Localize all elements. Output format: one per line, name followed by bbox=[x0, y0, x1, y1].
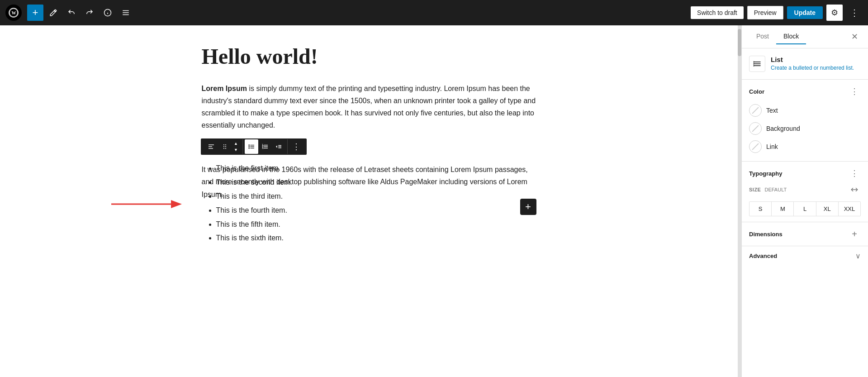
inline-block-toolbar: ▲ ▼ 1. bbox=[201, 138, 307, 155]
font-size-row: SIZE DEFAULT bbox=[749, 183, 861, 196]
font-size-buttons: S M L XL XXL bbox=[749, 201, 861, 216]
sidebar: Post Block ✕ List Create a bulleted or n… bbox=[741, 25, 868, 377]
color-section-title: Color bbox=[749, 88, 764, 95]
svg-text:W: W bbox=[11, 10, 16, 15]
svg-point-11 bbox=[223, 144, 224, 145]
list-item: This is the fourth item. bbox=[216, 204, 536, 217]
align-button[interactable] bbox=[204, 139, 218, 154]
svg-rect-10 bbox=[209, 148, 213, 149]
dimensions-title: Dimensions bbox=[749, 231, 783, 238]
size-m-button[interactable]: M bbox=[772, 202, 794, 216]
undo-button[interactable] bbox=[63, 5, 80, 21]
svg-point-15 bbox=[223, 148, 224, 149]
size-default-value: DEFAULT bbox=[764, 187, 787, 192]
move-down-button[interactable]: ▼ bbox=[232, 147, 241, 153]
typography-more-button[interactable]: ⋮ bbox=[848, 167, 861, 180]
svg-rect-24 bbox=[264, 145, 268, 145]
top-right-actions: Switch to draft Preview Update ⚙ ⋮ bbox=[691, 5, 863, 21]
svg-rect-22 bbox=[250, 148, 254, 148]
block-info-panel: List Create a bulleted or numbered list. bbox=[742, 48, 868, 80]
block-name-label: List bbox=[771, 56, 861, 63]
svg-rect-9 bbox=[209, 147, 212, 147]
tab-post[interactable]: Post bbox=[749, 29, 776, 44]
svg-point-21 bbox=[248, 148, 250, 149]
advanced-title: Advanced bbox=[749, 253, 777, 259]
toolbar-list-group: 1. 2. 3. bbox=[243, 139, 288, 154]
svg-point-14 bbox=[225, 146, 226, 147]
svg-point-13 bbox=[223, 146, 224, 147]
top-toolbar: W + Switch to draft Preview Update ⚙ ⋮ bbox=[0, 0, 868, 25]
editor-area[interactable]: Hello world! Lorem Ipsum is simply dummy… bbox=[0, 25, 738, 377]
toolbar-more-group: ⋮ bbox=[288, 139, 305, 154]
svg-rect-26 bbox=[264, 147, 268, 147]
link-color-option[interactable]: Link bbox=[749, 138, 861, 156]
advanced-header[interactable]: Advanced ∨ bbox=[749, 252, 861, 260]
background-color-option[interactable]: Background bbox=[749, 119, 861, 138]
tools-button[interactable] bbox=[45, 5, 62, 21]
editor-content: Hello world! Lorem Ipsum is simply dummy… bbox=[202, 43, 536, 359]
arrow-indicator bbox=[102, 191, 193, 218]
svg-rect-20 bbox=[250, 147, 254, 147]
list-item: This is the fifth item. bbox=[216, 218, 536, 231]
info-button[interactable] bbox=[100, 5, 116, 21]
list-item: This is the sixth item. bbox=[216, 232, 536, 245]
editor-scrollbar[interactable] bbox=[738, 25, 741, 377]
wp-logo: W bbox=[5, 5, 22, 21]
tab-block[interactable]: Block bbox=[776, 29, 806, 44]
sidebar-header: Post Block ✕ bbox=[742, 25, 868, 48]
list-view-button[interactable] bbox=[118, 5, 134, 21]
move-up-button[interactable]: ▲ bbox=[232, 140, 241, 147]
svg-text:3.: 3. bbox=[262, 147, 264, 149]
typography-section-title: Typography bbox=[749, 170, 782, 177]
outdent-button[interactable] bbox=[272, 139, 285, 154]
svg-rect-28 bbox=[264, 148, 268, 148]
dimensions-section: Dimensions + bbox=[742, 222, 868, 246]
size-adjust-button[interactable] bbox=[848, 183, 861, 196]
dimensions-add-button[interactable]: + bbox=[848, 228, 861, 240]
post-title: Hello world! bbox=[202, 43, 536, 70]
svg-point-17 bbox=[248, 145, 250, 146]
unordered-list-button[interactable] bbox=[245, 139, 258, 154]
scrollbar-thumb[interactable] bbox=[738, 29, 741, 56]
block-text-info: List Create a bulleted or numbered list. bbox=[771, 56, 861, 72]
color-section: Color ⋮ Text Background Link bbox=[742, 80, 868, 162]
sidebar-close-button[interactable]: ✕ bbox=[848, 30, 861, 43]
advanced-chevron-icon: ∨ bbox=[855, 252, 861, 260]
svg-rect-8 bbox=[209, 145, 214, 145]
color-more-button[interactable]: ⋮ bbox=[848, 85, 861, 98]
add-block-toolbar-button[interactable]: + bbox=[27, 5, 43, 21]
update-button[interactable]: Update bbox=[787, 6, 823, 19]
size-label: SIZE bbox=[749, 187, 761, 192]
background-color-swatch bbox=[749, 122, 762, 135]
ordered-list-button[interactable]: 1. 2. 3. bbox=[258, 139, 272, 154]
more-block-options-button[interactable]: ⋮ bbox=[289, 139, 303, 154]
text-color-label: Text bbox=[766, 107, 778, 114]
sidebar-tab-group: Post Block bbox=[749, 29, 806, 44]
color-section-header: Color ⋮ bbox=[749, 85, 861, 98]
size-l-button[interactable]: L bbox=[794, 202, 816, 216]
text-color-option[interactable]: Text bbox=[749, 101, 861, 119]
advanced-section: Advanced ∨ bbox=[742, 246, 868, 266]
settings-button[interactable]: ⚙ bbox=[826, 5, 843, 21]
block-icon bbox=[749, 56, 765, 72]
size-xxl-button[interactable]: XXL bbox=[839, 202, 860, 216]
text-color-swatch bbox=[749, 104, 762, 117]
size-xl-button[interactable]: XL bbox=[816, 202, 839, 216]
toolbar-align-group: ▲ ▼ bbox=[203, 139, 243, 154]
typography-section: Typography ⋮ SIZE DEFAULT S M L XL bbox=[742, 162, 868, 222]
link-color-swatch bbox=[749, 140, 762, 153]
drag-button[interactable] bbox=[218, 139, 232, 154]
size-s-button[interactable]: S bbox=[749, 202, 772, 216]
svg-point-19 bbox=[248, 146, 250, 148]
svg-point-12 bbox=[225, 144, 226, 145]
main-layout: Hello world! Lorem Ipsum is simply dummy… bbox=[0, 25, 868, 377]
up-down-buttons: ▲ ▼ bbox=[232, 140, 241, 153]
switch-to-draft-button[interactable]: Switch to draft bbox=[691, 6, 744, 19]
intro-paragraph: Lorem Ipsum is simply dummy text of the … bbox=[202, 82, 536, 132]
preview-button[interactable]: Preview bbox=[747, 6, 783, 19]
link-color-label: Link bbox=[766, 143, 778, 150]
background-color-label: Background bbox=[766, 125, 800, 132]
dimensions-header: Dimensions + bbox=[749, 228, 861, 240]
redo-button[interactable] bbox=[81, 5, 98, 21]
more-options-button[interactable]: ⋮ bbox=[846, 5, 863, 21]
